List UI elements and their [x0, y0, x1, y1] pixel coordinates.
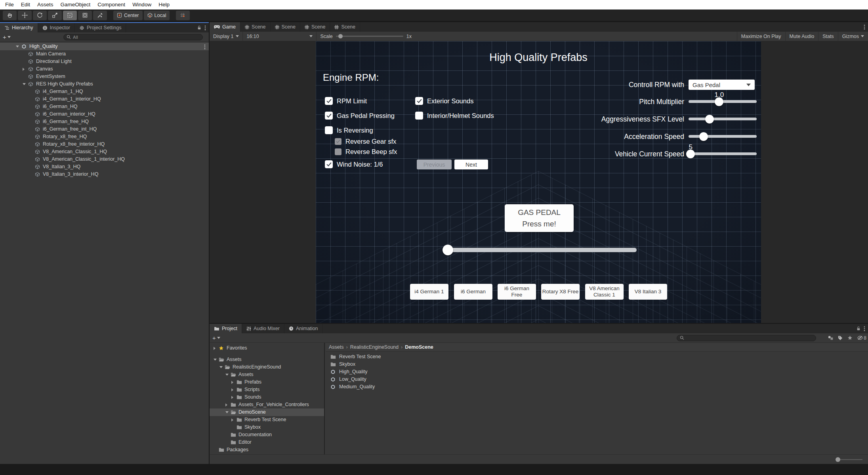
tab-animation[interactable]: Animation	[284, 324, 323, 333]
checkbox-box[interactable]	[325, 160, 333, 168]
vehicle-button-rotary-x8-free[interactable]: Rotary X8 Free	[541, 284, 580, 300]
tree-arrow[interactable]	[219, 366, 223, 368]
checkbox-box[interactable]	[335, 148, 341, 155]
project-tree-item-realisticenginesound[interactable]: RealisticEngineSound	[210, 363, 324, 371]
tab-inspector[interactable]: Inspector	[38, 23, 75, 32]
tree-arrow[interactable]	[214, 359, 217, 361]
thumbnail-zoom-slider[interactable]	[837, 459, 862, 460]
tab-scene[interactable]: Scene	[330, 22, 360, 32]
gas-pedal-slider[interactable]	[446, 248, 637, 252]
hierarchy-item-i6-german-interior-hq[interactable]: i6_German_interior_HQ	[0, 110, 209, 118]
custom-tool[interactable]	[93, 11, 107, 20]
project-tree-item-favorites[interactable]: Favorites	[210, 344, 324, 352]
tree-arrow[interactable]	[231, 418, 233, 422]
tab-hierarchy[interactable]: Hierarchy	[0, 23, 38, 32]
slider-aggressiveness-sfx-level[interactable]	[689, 118, 757, 120]
tree-arrow[interactable]	[225, 374, 229, 376]
menu-help[interactable]: Help	[155, 0, 173, 10]
aspect-ratio-dropdown[interactable]: 16:10	[243, 32, 316, 41]
project-search-input[interactable]	[677, 335, 816, 341]
scale-tool[interactable]	[48, 11, 62, 20]
checkbox-box[interactable]	[415, 112, 423, 120]
checkbox-box[interactable]	[335, 138, 341, 145]
tree-arrow[interactable]	[225, 411, 229, 413]
project-tree-item-scripts[interactable]: Scripts	[210, 386, 324, 393]
hierarchy-item-rotary-x8-free-hq[interactable]: Rotary_x8_free_HQ	[0, 133, 209, 141]
hierarchy-item-i4-german-1-interior-hq[interactable]: i4_German_1_interior_HQ	[0, 95, 209, 103]
tree-arrow[interactable]	[231, 381, 233, 384]
vehicle-button-v8-american-classic-1[interactable]: V8 American Classic 1	[585, 284, 624, 300]
next-button[interactable]: Next	[454, 160, 488, 169]
hierarchy-item-res-high-quality-prefabs[interactable]: RES High Quality Prefabs	[0, 80, 209, 88]
project-tree-item-sounds[interactable]: Sounds	[210, 393, 324, 401]
checkbox-box[interactable]	[325, 112, 333, 120]
gas-pedal-button[interactable]: GAS PEDAL Press me!	[505, 204, 574, 232]
slider-acceleration-speed[interactable]	[689, 135, 757, 138]
move-tool[interactable]	[18, 11, 32, 20]
breadcrumb-assets[interactable]: Assets	[329, 344, 344, 350]
mute-audio-button[interactable]: Mute Audio	[785, 32, 818, 41]
hidden-packages-toggle[interactable]: 8	[857, 335, 866, 341]
scale-slider[interactable]	[336, 36, 403, 37]
vehicle-button-i4-german-1[interactable]: i4 German 1	[410, 284, 448, 300]
hierarchy-item-v8-italian-3-hq[interactable]: V8_Italian_3_HQ	[0, 163, 209, 171]
orientation-toggle-button[interactable]: Local	[144, 11, 170, 20]
filter-by-type-icon[interactable]	[828, 336, 833, 340]
grid-snap-button[interactable]	[176, 11, 190, 20]
checkbox-box[interactable]	[415, 97, 423, 105]
checkbox-wind-noise-1-6[interactable]: Wind Noise: 1/6	[325, 160, 383, 168]
tab-scene[interactable]: Scene	[240, 22, 270, 32]
tree-arrow[interactable]	[16, 46, 19, 48]
tree-arrow[interactable]	[214, 347, 216, 350]
tree-arrow[interactable]	[231, 388, 233, 391]
vehicle-button-i6-german-free[interactable]: i6 German Free	[498, 284, 536, 300]
content-item-skybox[interactable]: Skybox	[326, 361, 868, 368]
hierarchy-item-i4-german-1-hq[interactable]: i4_German_1_HQ	[0, 88, 209, 95]
checkbox-reverse-gear-sfx[interactable]: Reverse Gear sfx	[335, 138, 396, 145]
menu-window[interactable]: Window	[129, 0, 155, 10]
gas-pedal-slider-handle[interactable]	[443, 245, 453, 255]
content-item-medium-quality[interactable]: Medium_Quality	[326, 383, 868, 391]
tab-audio-mixer[interactable]: Audio Mixer	[242, 324, 284, 333]
tab-game[interactable]: Game	[210, 22, 240, 32]
hierarchy-item-high-quality[interactable]: High_Quality	[0, 43, 209, 50]
hierarchy-item-i6-german-free-hq[interactable]: i6_German_free_HQ	[0, 118, 209, 125]
menu-component[interactable]: Component	[94, 0, 129, 10]
hierarchy-item-i6-german-hq[interactable]: i6_German_HQ	[0, 103, 209, 110]
hierarchy-item-directional-light[interactable]: Directional Light	[0, 58, 209, 65]
rotate-tool[interactable]	[33, 11, 47, 20]
breadcrumb-realisticenginesound[interactable]: RealisticEngineSound	[350, 344, 399, 350]
vehicle-button-i6-german[interactable]: i6 German	[454, 284, 492, 300]
checkbox-gas-pedal-pressing[interactable]: Gas Pedal Pressing	[325, 112, 395, 120]
favorites-filter-icon[interactable]	[847, 335, 853, 340]
transform-tool[interactable]	[78, 11, 92, 20]
project-tree-item-packages[interactable]: Packages	[210, 446, 324, 454]
project-tree-item-editor[interactable]: Editor	[210, 439, 324, 446]
stats-button[interactable]: Stats	[818, 32, 838, 41]
pivot-toggle-button[interactable]: Center	[113, 11, 143, 20]
slider-handle[interactable]	[699, 132, 708, 141]
tree-arrow[interactable]	[23, 83, 26, 85]
hierarchy-add-button[interactable]: +	[0, 34, 13, 40]
hierarchy-item-v8-american-classic-1-interior-hq[interactable]: V8_American_Classic_1_interior_HQ	[0, 156, 209, 163]
hierarchy-item-eventsystem[interactable]: EventSystem	[0, 73, 209, 80]
project-tree-item-reverb-test-scene[interactable]: Reverb Test Scene	[210, 416, 324, 424]
slider-vehicle-current-speed[interactable]	[689, 152, 757, 155]
menu-gameobject[interactable]: GameObject	[57, 0, 94, 10]
content-item-low-quality[interactable]: Low_Quality	[326, 376, 868, 383]
tab-project[interactable]: Project	[210, 324, 242, 333]
hierarchy-search-input[interactable]: All	[63, 34, 203, 40]
hierarchy-item-i6-german-free-int-hq[interactable]: i6_German_free_int_HQ	[0, 125, 209, 133]
project-tree-item-assets[interactable]: Assets	[210, 371, 324, 378]
project-tree-item-assets-for-vehicle-controllers[interactable]: Assets_For_Vehicle_Controllers	[210, 401, 324, 408]
checkbox-is-reversing[interactable]: Is Reversing	[325, 126, 373, 134]
filter-by-label-icon[interactable]	[838, 336, 843, 340]
project-tree-item-demoscene[interactable]: DemoScene	[210, 408, 324, 416]
rect-tool[interactable]	[63, 11, 77, 20]
rpm-source-dropdown[interactable]: Gas Pedal	[689, 80, 755, 90]
hierarchy-item-v8-italian-3-interior-hq[interactable]: V8_Italian_3_interior_HQ	[0, 171, 209, 178]
maximize-on-play-button[interactable]: Maximize On Play	[737, 32, 785, 41]
tab-scene[interactable]: Scene	[271, 22, 300, 32]
hierarchy-item-v8-american-classic-1-hq[interactable]: V8_American_Classic_1_HQ	[0, 148, 209, 156]
hierarchy-item-rotary-x8-free-interior-hq[interactable]: Rotary_x8_free_interior_HQ	[0, 141, 209, 148]
